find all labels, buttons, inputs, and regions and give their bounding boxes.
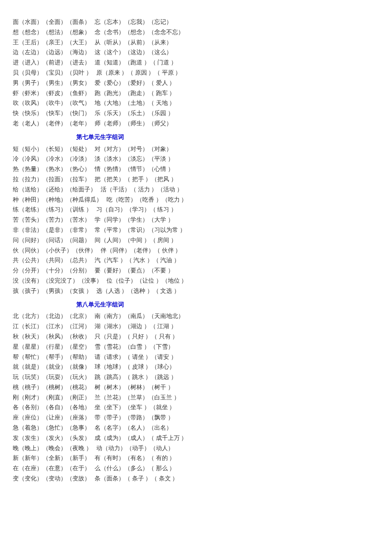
word-row: 北（北方）（北边）（北京）南（南方）（南瓜）（天南地北） <box>13 311 187 321</box>
word-row: 发（发生）（发火）（头发）成（成为）（成人）（ 成千上万 ） <box>13 433 187 443</box>
entry-left: 非（非法）（是非）（非常） <box>13 225 90 235</box>
entry-right: 跳（跳高）（ 跳水 ）（跳远 ） <box>95 372 177 382</box>
entry-left: 孩（孩子）（男孩）（女孩 ） <box>13 286 92 296</box>
word-row: 练（老练）（练习）（训练 ）习（自习）（学习）（ 练习 ） <box>13 205 187 215</box>
entry-left: 种（种田）（种地）（种瓜得瓜） <box>13 195 102 205</box>
entry-right: 原（原来 ）（ 原因 ）（ 平原 ） <box>96 68 182 78</box>
entry-right: 常（平常）（常识）（习以为常 ） <box>95 225 186 235</box>
word-row: 玩（玩笑）（玩耍）（玩火）跳（跳高）（ 跳水 ）（跳远 ） <box>13 372 187 382</box>
entry-left: 面（水面）（全面）（面条） <box>13 17 90 27</box>
entry-left: 玩（玩笑）（玩耍）（玩火） <box>13 372 90 382</box>
entry-right: 条（面条）（ 条子 ）（ 条文 ） <box>95 474 178 484</box>
entry-right: 请（请求）（ 请坐 ）（请安 ） <box>95 352 177 362</box>
entry-right: 学（同学）（学生）（大学 ） <box>95 215 174 225</box>
entry-left: 问（问好）（问话）（问题） <box>13 235 90 246</box>
entry-left: 秋（秋天）（秋风）（秋收） <box>13 332 90 342</box>
entry-left: 苦（苦头）（苦力）（苦水） <box>13 215 90 225</box>
entry-left: 老（老人）（老伴）（老年） <box>13 119 90 129</box>
entry-right: 南（南方）（南瓜）（天南地北） <box>95 311 184 321</box>
entry-right: 道（知道）（跑道 ）（ 门道 ） <box>95 58 177 68</box>
entry-right: 汽（汽车 ）（ 汽水 ）（ 汽油 ） <box>95 255 180 266</box>
entry-right: 坐（坐下）（坐车 ）（就坐 ） <box>95 402 175 413</box>
entry-left: 王（王后）（亲王）（大王） <box>13 38 90 48</box>
entry-right: 爱（爱心）（爱好）（ 爱人 ） <box>95 78 175 88</box>
word-row: 刚（刚才）（刚直）（刚正）兰（兰花）（兰草）（白玉兰 ） <box>13 393 187 403</box>
entry-left: 冷（冷风）（冷水）（冷淡） <box>13 154 90 164</box>
entry-left: 新（新年）（全新）（新手） <box>13 453 90 463</box>
word-row: 没（没有）（没完没了）（没事）位（位子）（让位 ）（地位 ） <box>13 276 187 286</box>
entry-right: 兰（兰花）（兰草）（白玉兰 ） <box>95 393 180 403</box>
word-row: 种（种田）（种地）（种瓜得瓜）吃（吃苦）（吃香 ）（吃力 ） <box>13 195 187 205</box>
entry-right: 忘（忘本）（忘我）（忘记） <box>95 17 172 27</box>
entry-right: 师（老师）（师生）（师父） <box>95 119 172 129</box>
word-row: 分（分开）（十分）（分别）要（要好）（要点）（不要 ） <box>13 266 187 276</box>
word-row: 男（男子）（男生）（男女）爱（爱心）（爱好）（ 爱人 ） <box>13 78 187 88</box>
word-row: 短（短小）（长短）（短处）对（对方）（对号）（对象） <box>13 144 187 154</box>
entry-right: 动（动力）（动手）（动人） <box>96 443 174 454</box>
word-row: 王（王后）（亲王）（大王）从（听从）（从前）（从来） <box>13 38 187 48</box>
entry-right: 树（树木）（树林）（树干 ） <box>95 382 174 393</box>
word-row: 秋（秋天）（秋风）（秋收）只（只是）（ 只好 ）（ 只有 ） <box>13 332 187 342</box>
entry-left: 边（左边）（边远）（海边） <box>13 47 90 58</box>
word-row: 冷（冷风）（冷水）（冷淡）淡（淡水）（淡忘）（平淡 ） <box>13 154 187 164</box>
entry-right: 只（只是）（ 只好 ）（ 只有 ） <box>95 332 178 342</box>
word-row: 非（非法）（是非）（非常）常（平常）（常识）（习以为常 ） <box>13 225 187 235</box>
section-heading: 第八单元生字组词 <box>13 300 187 310</box>
word-row: 问（问好）（问话）（问题）间（人间）（中间 ）（ 房间 ） <box>13 235 187 246</box>
word-row: 桃（桃子）（桃树）（桃花）树（树木）（树林）（树干 ） <box>13 382 187 393</box>
word-row: 江（长江）（江水）（江河）湖（湖水）（湖边 ）（ 江湖 ） <box>13 321 187 332</box>
entry-left: 桃（桃子）（桃树）（桃花） <box>13 382 90 393</box>
word-row: 在（在座）（在意）（在于）么（什么）（多么）（ 那么 ） <box>13 463 187 474</box>
entry-right: 带（带子）（带路）（飘带 ） <box>95 413 174 423</box>
entry-left: 星（星星）（行星）（星空） <box>13 342 90 352</box>
entry-left: 急（着急）（急忙）（急事） <box>13 423 90 433</box>
entry-left: 分（分开）（十分）（分别） <box>13 266 90 276</box>
entry-right: 伴（同伴）（老伴）（ 伙伴 ） <box>101 246 181 256</box>
entry-right: 对（对方）（对号）（对象） <box>95 144 172 154</box>
entry-right: 跑（跑光）（跑走）（ 跑车 ） <box>95 88 175 98</box>
entry-right: 把（把关）（ 把手 ）（把风 ） <box>95 174 177 185</box>
word-row: 急（着急）（急忙）（急事）名（名字）（名人）（出名） <box>13 423 187 433</box>
entry-left: 晚（晚上）（晚会）（夜晚 ） <box>13 443 92 454</box>
entry-right: 活（干活）（ 活力 ）（活动 ） <box>101 185 183 195</box>
entry-left: 贝（贝母）（宝贝）（贝叶 ） <box>13 68 92 78</box>
word-row: 晚（晚上）（晚会）（夜晚 ）动（动力）（动手）（动人） <box>13 443 187 454</box>
entry-left: 刚（刚才）（刚直）（刚正） <box>13 393 90 403</box>
word-row: 共（公共）（共同）（总共）汽（汽车 ）（ 汽水 ）（ 汽油 ） <box>13 255 187 266</box>
word-row: 虾（虾米）（虾皮）（鱼虾）跑（跑光）（跑走）（ 跑车 ） <box>13 88 187 98</box>
entry-right: 湖（湖水）（湖边 ）（ 江湖 ） <box>95 321 177 332</box>
entry-right: 选（人选 ）（选种 ）（ 文选 ） <box>96 286 180 296</box>
entry-right: 雪（雪花）（白雪 ）（下雪） <box>95 342 174 352</box>
entry-left: 发（发生）（发火）（头发） <box>13 433 90 443</box>
word-row: 帮（帮忙）（帮手）（帮助）请（请求）（ 请坐 ）（请安 ） <box>13 352 187 362</box>
entry-left: 共（公共）（共同）（总共） <box>13 255 90 266</box>
word-row: 拉（拉力）（拉面）（拉车）把（把关）（ 把手 ）（把风 ） <box>13 174 187 185</box>
entry-left: 给（送给）（还给）（给面子） <box>13 185 96 195</box>
entry-right: 要（要好）（要点）（不要 ） <box>95 266 174 276</box>
entry-left: 想（想念）（想法）（想象） <box>13 27 90 38</box>
word-row: 孩（孩子）（男孩）（女孩 ）选（人选 ）（选种 ）（ 文选 ） <box>13 286 187 296</box>
word-row: 给（送给）（还给）（给面子）活（干活）（ 活力 ）（活动 ） <box>13 185 187 195</box>
word-row: 面（水面）（全面）（面条）忘（忘本）（忘我）（忘记） <box>13 17 187 27</box>
word-row: 变（变化）（变动）（变故）条（面条）（ 条子 ）（ 条文 ） <box>13 474 187 484</box>
word-row: 边（左边）（边远）（海边）这（这个）（这边）（这么） <box>13 47 187 58</box>
word-row: 伙（同伙）（小伙子）（伙伴）伴（同伴）（老伴）（ 伙伴 ） <box>13 246 187 256</box>
entry-left: 男（男子）（男生）（男女） <box>13 78 90 88</box>
word-row: 进（进入）（前进）（进去）道（知道）（跑道 ）（ 门道 ） <box>13 58 187 68</box>
document-body: 面（水面）（全面）（面条）忘（忘本）（忘我）（忘记）想（想念）（想法）（想象）念… <box>13 17 187 484</box>
word-row: 老（老人）（老伴）（老年）师（老师）（师生）（师父） <box>13 119 187 129</box>
entry-right: 间（人间）（中间 ）（ 房间 ） <box>95 235 177 246</box>
entry-left: 热（热量）（热水）（热心） <box>13 164 90 174</box>
entry-right: 有（有时）（有名）（ 有的 ） <box>95 453 175 463</box>
word-row: 座（座位）（让座）（座落）带（带子）（带路）（飘带 ） <box>13 413 187 423</box>
entry-left: 帮（帮忙）（帮手）（帮助） <box>13 352 90 362</box>
word-row: 就（就是）（就业）（就像）球（地球）（ 皮球 ）（球心） <box>13 362 187 372</box>
entry-right: 从（听从）（从前）（从来） <box>95 38 172 48</box>
entry-right: 位（位子）（让位 ）（地位 ） <box>107 276 187 286</box>
entry-right: 成（成为）（成人）（ 成千上万 ） <box>95 433 187 443</box>
entry-left: 变（变化）（变动）（变故） <box>13 474 90 484</box>
entry-left: 江（长江）（江水）（江河） <box>13 321 90 332</box>
word-row: 热（热量）（热水）（热心）情（热情）（情节）（心情 ） <box>13 164 187 174</box>
entry-left: 进（进入）（前进）（进去） <box>13 58 90 68</box>
word-row: 星（星星）（行星）（星空）雪（雪花）（白雪 ）（下雪） <box>13 342 187 352</box>
